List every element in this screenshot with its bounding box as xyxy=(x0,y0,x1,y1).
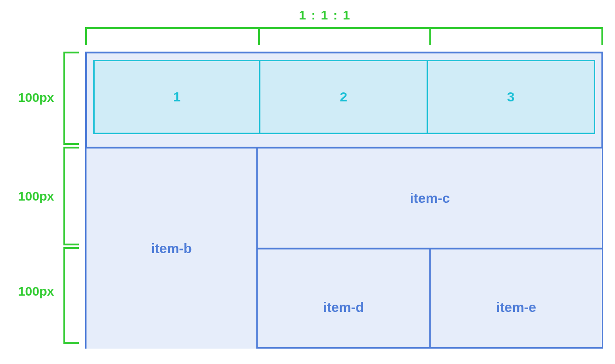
grid-item-d: item-d xyxy=(258,248,430,349)
column-tick-icon xyxy=(258,27,260,45)
column-ratio-label: 1 : 1 : 1 xyxy=(299,8,351,23)
row-bracket-icon xyxy=(63,52,79,145)
grid-main-area: item-b item-c item-d item-e xyxy=(85,147,603,349)
subgrid-cell-2: 2 xyxy=(260,60,428,134)
diagram-stage: 1 : 1 : 1 100px 100px 100px 1 2 3 item-b… xyxy=(0,0,615,364)
grid-item-b: item-b xyxy=(85,147,258,349)
row-bracket-icon xyxy=(63,147,79,245)
subgrid-cell-1: 1 xyxy=(93,60,260,134)
column-tick-icon xyxy=(429,27,431,45)
row-bracket-icon xyxy=(63,247,79,344)
column-bracket xyxy=(85,27,603,45)
row-height-label: 100px xyxy=(18,91,54,105)
grid-item-e: item-e xyxy=(431,248,603,349)
grid-container: 1 2 3 item-b item-c item-d item-e xyxy=(85,52,603,345)
row-height-label: 100px xyxy=(18,284,54,299)
subgrid-cell-3: 3 xyxy=(428,60,595,134)
grid-item-c: item-c xyxy=(258,147,603,248)
row-height-label: 100px xyxy=(18,189,54,204)
subgrid-container: 1 2 3 xyxy=(93,60,595,134)
